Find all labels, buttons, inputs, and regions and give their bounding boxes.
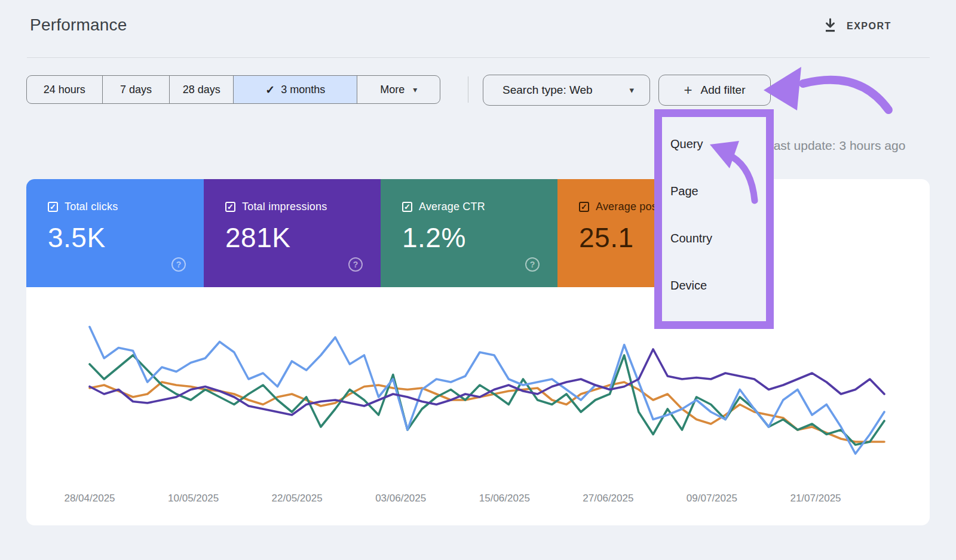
export-label: EXPORT	[847, 21, 891, 32]
time-range-group: 24 hours 7 days 28 days ✓ 3 months More …	[26, 75, 440, 104]
add-filter-dropdown-annotated: Query Page Country Device	[654, 109, 774, 329]
series-line-average-ctr	[90, 355, 884, 445]
x-axis-label: 03/06/2025	[375, 493, 426, 504]
time-range-24-hours[interactable]: 24 hours	[27, 76, 102, 103]
checkmark-icon: ✓	[265, 83, 275, 97]
vertical-separator	[468, 76, 468, 103]
time-range-label: 3 months	[281, 84, 325, 96]
page-title: Performance	[30, 16, 127, 35]
x-axis-label: 15/06/2025	[479, 493, 530, 504]
add-filter-button[interactable]: + Add filter	[658, 75, 771, 106]
dropdown-item-page[interactable]: Page	[670, 184, 698, 198]
x-axis-label: 22/05/2025	[272, 493, 323, 504]
dropdown-item-country[interactable]: Country	[670, 232, 712, 245]
time-range-28-days[interactable]: 28 days	[169, 76, 233, 103]
gsc-performance-page: Performance EXPORT 24 hours 7 days 28 da…	[0, 0, 956, 560]
time-range-3-months-selected[interactable]: ✓ 3 months	[233, 76, 357, 103]
time-range-more[interactable]: More ▾	[357, 76, 440, 103]
export-button[interactable]: EXPORT	[823, 17, 891, 36]
x-axis-label: 10/05/2025	[168, 493, 219, 504]
time-range-label: 28 days	[183, 84, 220, 96]
arrow-to-add-filter	[764, 67, 888, 110]
time-range-label: 7 days	[120, 84, 152, 96]
time-range-label: 24 hours	[44, 84, 85, 96]
chevron-down-icon: ▾	[629, 85, 634, 96]
dropdown-item-device[interactable]: Device	[670, 279, 707, 293]
x-axis-label: 28/04/2025	[64, 493, 115, 504]
report-panel: ✓ Total clicks 3.5K ? ✓ Total impression…	[26, 179, 930, 525]
performance-line-chart[interactable]: 28/04/202510/05/202522/05/202503/06/2025…	[26, 179, 930, 525]
time-range-label: More	[380, 84, 405, 96]
series-line-total-impressions	[90, 349, 884, 415]
plus-icon: +	[684, 83, 693, 97]
search-type-dropdown[interactable]: Search type: Web ▾	[483, 75, 650, 106]
time-range-7-days[interactable]: 7 days	[102, 76, 170, 103]
dropdown-item-query[interactable]: Query	[670, 137, 703, 151]
search-type-label: Search type: Web	[502, 84, 593, 97]
add-filter-label: Add filter	[701, 84, 746, 97]
last-update-text: Last update: 3 hours ago	[767, 139, 905, 153]
header-divider	[27, 57, 930, 58]
x-axis-label: 27/06/2025	[583, 493, 633, 504]
x-axis-label: 21/07/2025	[790, 493, 841, 504]
download-icon	[823, 18, 837, 35]
chevron-down-icon: ▾	[413, 85, 417, 94]
x-axis-label: 09/07/2025	[687, 493, 737, 504]
